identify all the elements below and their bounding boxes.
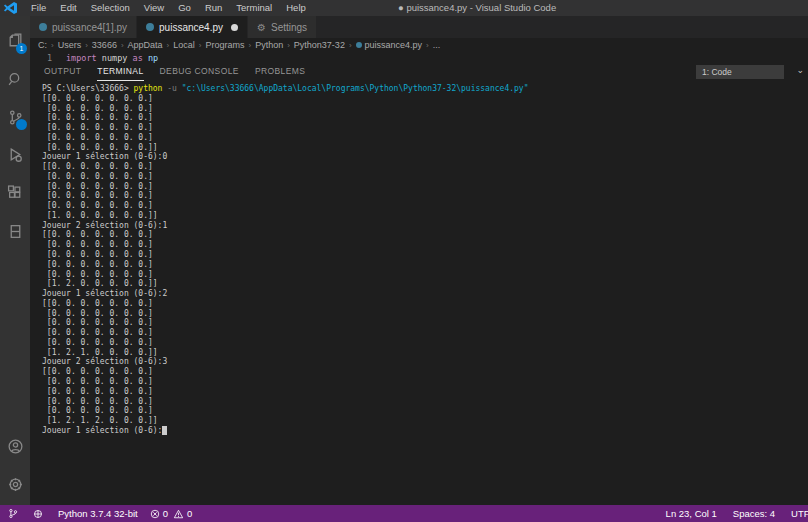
terminal-instance-dropdown[interactable]: 1: Code [696,65,784,79]
extensions-icon[interactable] [0,174,30,212]
terminal-output[interactable]: PS C:\Users\33666> python -u "c:\Users\3… [30,81,808,505]
window-title: ● puissance4.py - Visual Studio Code [398,0,556,16]
editor-tab-bar: puissance4[1].py puissance4.py ⚙ Setting… [30,16,808,38]
terminal-line: [0. 0. 0. 0. 0. 0. 0.] [42,328,808,338]
explorer-badge: 1 [16,43,27,54]
indentation-button[interactable]: Spaces: 4 [725,505,783,522]
line-number: 1 [30,52,66,64]
menu-run[interactable]: Run [198,0,229,16]
python-file-icon [356,42,362,48]
terminal-line: [0. 0. 0. 0. 0. 0. 0.] [42,397,808,407]
encoding-button[interactable]: UTF-8 [783,505,808,522]
tab-settings[interactable]: ⚙ Settings [248,16,317,38]
run-debug-icon[interactable] [0,136,30,174]
breadcrumb: C:› Users› 33666› AppData› Local› Progra… [30,38,808,52]
terminal-line: [0. 0. 0. 0. 0. 0. 0.] [42,406,808,416]
terminal-line: [0. 0. 0. 0. 0. 0. 0.] [42,113,808,123]
explorer-icon[interactable]: 1 [0,22,30,60]
breadcrumb-separator: › [51,41,54,50]
menu-edit[interactable]: Edit [53,0,83,16]
breadcrumb-item[interactable]: 33666 [92,40,117,50]
panel-tab-debug-console[interactable]: DEBUG CONSOLE [160,64,239,81]
terminal-line: [[0. 0. 0. 0. 0. 0. 0.] [42,230,808,240]
breadcrumb-item-symbol[interactable]: ... [433,40,441,50]
status-bar: Python 3.7.4 32-bit 0 0 Ln 23, Col 1 Spa… [0,505,808,522]
terminal-input-text: Joueur 1 sélection (0-6): [42,426,162,435]
code-token-as: as [133,52,143,64]
error-icon [150,509,160,519]
title-bar: File Edit Selection View Go Run Terminal… [0,0,808,16]
terminal-flag: -u [162,84,181,93]
editor-code-area[interactable]: 1 import numpy as np [30,52,808,64]
menu-help[interactable]: Help [279,0,313,16]
breadcrumb-item[interactable]: Python37-32 [294,40,345,50]
terminal-line: [0. 0. 0. 0. 0. 0. 0.] [42,318,808,328]
breadcrumb-item[interactable]: Local [173,40,195,50]
terminal-line: Joueur 1 sélection (0-6):2 [42,289,808,299]
terminal-input-line[interactable]: Joueur 1 sélection (0-6): [42,426,808,436]
terminal-line: [0. 0. 0. 0. 0. 0. 0.] [42,240,808,250]
tab-puissance4-py[interactable]: puissance4.py [137,16,248,38]
search-icon[interactable] [0,60,30,98]
custom-view-icon[interactable] [0,212,30,250]
breadcrumb-separator: › [248,41,251,50]
panel-tab-problems[interactable]: PROBLEMS [255,64,305,81]
code-token-import: import [66,52,97,64]
settings-gear-icon[interactable] [0,465,30,503]
cursor-position-button[interactable]: Ln 23, Col 1 [658,505,725,522]
terminal-cursor [162,426,167,435]
chevron-down-icon[interactable]: ⌄ [796,65,804,75]
warning-count: 0 [187,508,192,519]
source-control-badge [16,119,27,130]
vscode-logo-icon [4,2,18,14]
terminal-prompt: PS C:\Users\33666> [42,84,134,93]
breadcrumb-separator: › [349,41,352,50]
source-control-icon[interactable] [0,98,30,136]
problems-button[interactable]: 0 0 [144,505,199,522]
terminal-line: [0. 0. 0. 0. 0. 0. 0.] [42,182,808,192]
terminal-line: [1. 0. 0. 0. 0. 0. 0.]] [42,211,808,221]
breadcrumb-item[interactable]: Programs [205,40,244,50]
status-extra-icon[interactable] [27,505,52,522]
tab-puissance4-1-py[interactable]: puissance4[1].py [30,16,137,38]
python-interpreter-button[interactable]: Python 3.7.4 32-bit [52,505,144,522]
terminal-line: [0. 0. 0. 0. 0. 0. 0.] [42,377,808,387]
menu-view[interactable]: View [137,0,171,16]
menu-bar: File Edit Selection View Go Run Terminal… [24,0,313,16]
menu-terminal[interactable]: Terminal [229,0,279,16]
settings-tab-gear-icon: ⚙ [257,22,266,33]
activity-bar: 1 [0,16,30,505]
breadcrumb-separator: › [199,41,202,50]
branch-icon [8,508,18,519]
terminal-line: [0. 0. 0. 0. 0. 0. 0.] [42,250,808,260]
modified-dot-icon[interactable] [231,24,238,31]
terminal-line: [0. 0. 0. 0. 0. 0. 0.] [42,338,808,348]
terminal-line: [0. 0. 0. 0. 0. 0. 0.] [42,172,808,182]
terminal-line: [0. 0. 0. 0. 0. 0. 0.]] [42,143,808,153]
panel-tab-output[interactable]: OUTPUT [44,64,81,81]
menu-file[interactable]: File [24,0,53,16]
breadcrumb-item[interactable]: Python [255,40,283,50]
breadcrumb-item-file[interactable]: puissance4.py [365,40,423,50]
terminal-line: [0. 0. 0. 0. 0. 0. 0.] [42,133,808,143]
breadcrumb-separator: › [167,41,170,50]
status-bar-right: Ln 23, Col 1 Spaces: 4 UTF-8 [658,505,808,522]
breadcrumb-separator: › [287,41,290,50]
panel-tab-terminal[interactable]: TERMINAL [97,64,143,81]
account-icon[interactable] [0,427,30,465]
tab-label: puissance4[1].py [52,22,127,33]
breadcrumb-separator: › [85,41,88,50]
warning-icon [173,509,184,519]
terminal-line: [0. 0. 0. 0. 0. 0. 0.] [42,191,808,201]
terminal-line: [0. 0. 0. 0. 0. 0. 0.] [42,104,808,114]
menu-go[interactable]: Go [171,0,198,16]
panel-header: OUTPUT TERMINAL DEBUG CONSOLE PROBLEMS 1… [30,64,808,81]
breadcrumb-item[interactable]: C: [38,40,47,50]
breadcrumb-item[interactable]: Users [58,40,82,50]
terminal-line: [[0. 0. 0. 0. 0. 0. 0.] [42,299,808,309]
menu-selection[interactable]: Selection [84,0,137,16]
source-control-branch-button[interactable] [0,505,27,522]
breadcrumb-item[interactable]: AppData [128,40,163,50]
bottom-panel: OUTPUT TERMINAL DEBUG CONSOLE PROBLEMS 1… [30,64,808,505]
tab-label: puissance4.py [159,22,223,33]
